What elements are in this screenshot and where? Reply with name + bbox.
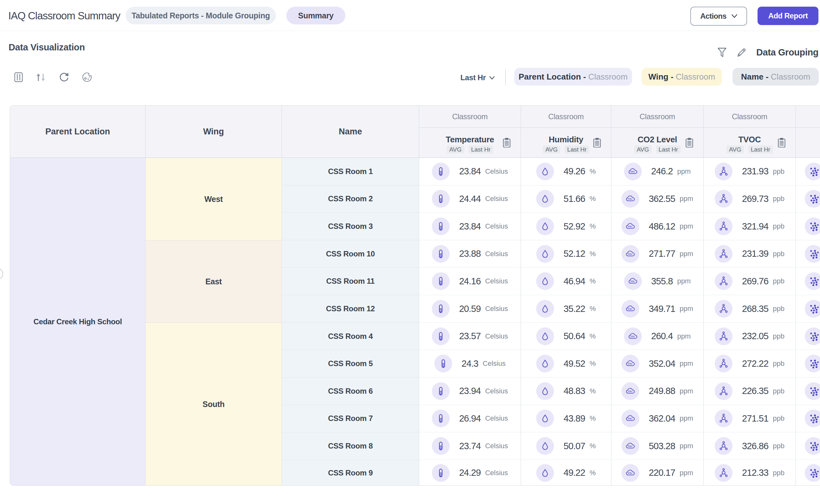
svg-text:co₂: co₂ <box>628 444 633 448</box>
svg-text:co₂: co₂ <box>628 471 633 475</box>
svg-text:co₂: co₂ <box>630 335 635 338</box>
svg-text:co₂: co₂ <box>630 280 635 283</box>
svg-text:co₂: co₂ <box>630 170 635 173</box>
svg-text:co₂: co₂ <box>628 197 633 201</box>
svg-text:co₂: co₂ <box>628 225 633 228</box>
svg-text:co₂: co₂ <box>628 417 633 420</box>
svg-text:co₂: co₂ <box>628 390 633 393</box>
svg-text:co₂: co₂ <box>628 252 633 255</box>
svg-text:co₂: co₂ <box>628 307 633 310</box>
svg-text:co₂: co₂ <box>628 362 633 365</box>
